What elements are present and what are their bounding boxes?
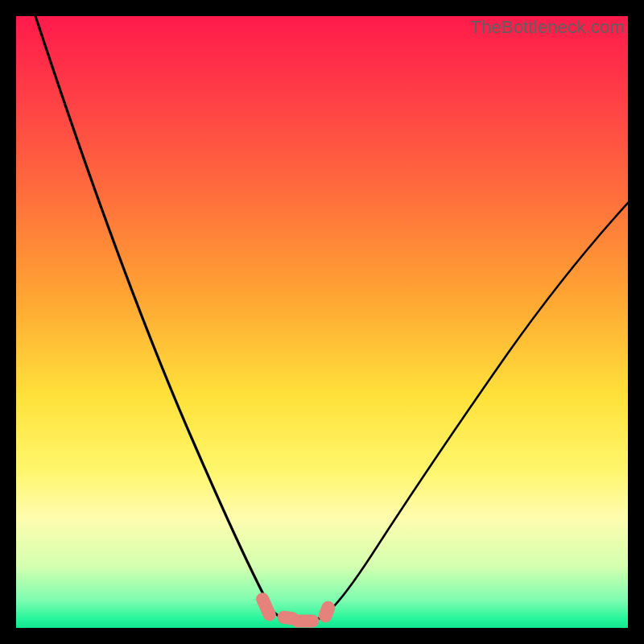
watermark-text: TheBottleneck.com — [470, 17, 625, 38]
plot-area — [16, 16, 628, 628]
curve-right-branch — [332, 203, 628, 609]
curve-left-branch — [35, 16, 270, 608]
curve-layer — [16, 16, 628, 628]
svg-rect-1 — [254, 591, 277, 622]
chart-frame: TheBottleneck.com — [0, 0, 644, 644]
svg-rect-4 — [317, 600, 336, 624]
svg-rect-3 — [291, 615, 319, 627]
sweet-spot-markers — [254, 591, 336, 627]
